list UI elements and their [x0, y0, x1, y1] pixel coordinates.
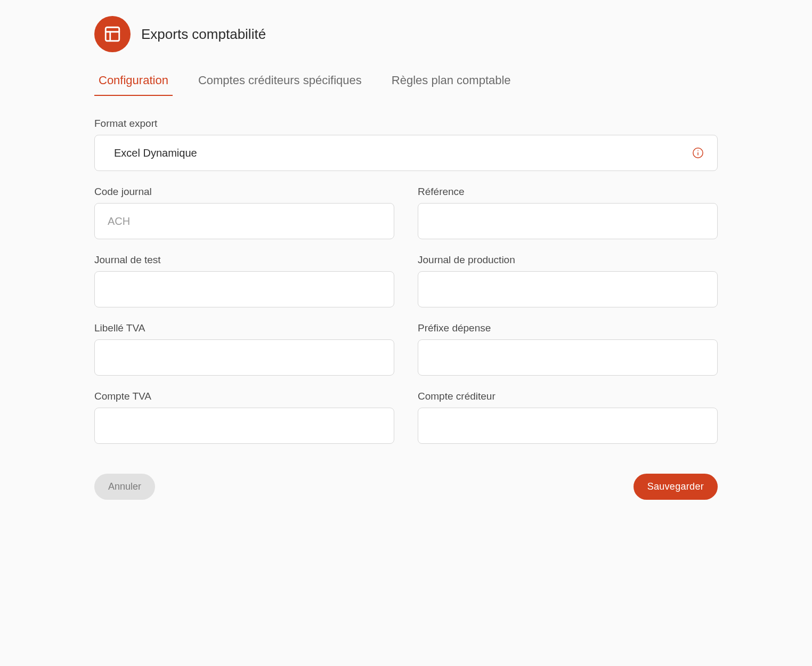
layout-icon	[94, 16, 131, 52]
code-journal-input[interactable]	[94, 203, 394, 239]
format-export-label: Format export	[94, 118, 718, 129]
libelle-tva-label: Libellé TVA	[94, 322, 394, 334]
format-export-value: Excel Dynamique	[114, 147, 197, 159]
info-icon[interactable]	[692, 147, 704, 159]
journal-production-input[interactable]	[418, 271, 718, 307]
compte-tva-input[interactable]	[94, 408, 394, 444]
compte-crediteur-label: Compte créditeur	[418, 391, 718, 402]
save-button[interactable]: Sauvegarder	[634, 474, 718, 500]
configuration-form: Format export Excel Dynamique Code journ…	[94, 118, 718, 444]
reference-field: Référence	[418, 186, 718, 239]
reference-label: Référence	[418, 186, 718, 198]
tab-comptes-crediteurs[interactable]: Comptes créditeurs spécifiques	[194, 68, 366, 96]
cancel-button[interactable]: Annuler	[94, 474, 155, 500]
tab-configuration[interactable]: Configuration	[94, 68, 173, 96]
libelle-tva-input[interactable]	[94, 339, 394, 376]
compte-tva-field: Compte TVA	[94, 391, 394, 444]
journal-test-input[interactable]	[94, 271, 394, 307]
prefixe-depense-field: Préfixe dépense	[418, 322, 718, 376]
journal-test-label: Journal de test	[94, 254, 394, 266]
svg-point-5	[697, 150, 699, 151]
prefixe-depense-label: Préfixe dépense	[418, 322, 718, 334]
prefixe-depense-input[interactable]	[418, 339, 718, 376]
format-export-select[interactable]: Excel Dynamique	[94, 135, 718, 171]
libelle-tva-field: Libellé TVA	[94, 322, 394, 376]
page-title: Exports comptabilité	[141, 26, 266, 43]
form-footer: Annuler Sauvegarder	[94, 474, 718, 510]
compte-crediteur-field: Compte créditeur	[418, 391, 718, 444]
format-export-field: Format export Excel Dynamique	[94, 118, 718, 171]
compte-crediteur-input[interactable]	[418, 408, 718, 444]
tabs: Configuration Comptes créditeurs spécifi…	[94, 68, 718, 96]
compte-tva-label: Compte TVA	[94, 391, 394, 402]
svg-rect-0	[105, 27, 119, 41]
reference-input[interactable]	[418, 203, 718, 239]
page-header: Exports comptabilité	[94, 11, 718, 52]
code-journal-field: Code journal	[94, 186, 394, 239]
journal-production-label: Journal de production	[418, 254, 718, 266]
tab-regles-plan-comptable[interactable]: Règles plan comptable	[387, 68, 515, 96]
journal-test-field: Journal de test	[94, 254, 394, 307]
code-journal-label: Code journal	[94, 186, 394, 198]
journal-production-field: Journal de production	[418, 254, 718, 307]
